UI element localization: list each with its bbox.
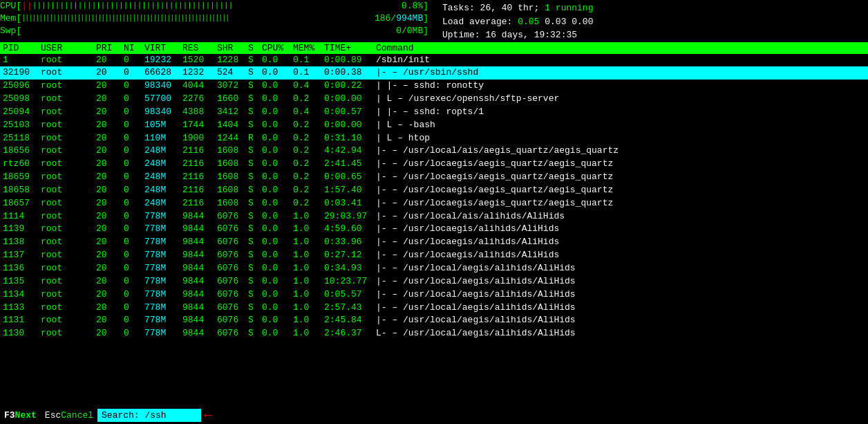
pri-cell: 20 <box>96 145 124 158</box>
table-row[interactable]: rtz60 root 20 0 248M 2116 1608 S 0.0 0.2… <box>0 158 868 171</box>
table-row[interactable]: 18657 root 20 0 248M 2116 1608 S 0.0 0.2… <box>0 197 868 210</box>
table-row[interactable]: 18659 root 20 0 248M 2116 1608 S 0.0 0.2… <box>0 171 868 184</box>
mem-cell: 0.2 <box>293 93 324 106</box>
user-cell: root <box>41 106 96 119</box>
shr-cell: 6076 <box>217 302 248 315</box>
table-row[interactable]: 1133 root 20 0 778M 9844 6076 S 0.0 1.0 … <box>0 302 868 315</box>
time-cell: 4:42.94 <box>324 145 376 158</box>
swp-value: 0/0MB] <box>396 25 428 37</box>
ni-cell: 0 <box>124 236 144 249</box>
virt-cell: 778M <box>144 236 182 249</box>
res-cell: 2116 <box>182 158 217 171</box>
ni-cell: 0 <box>124 106 144 119</box>
table-row[interactable]: 1130 root 20 0 778M 9844 6076 S 0.0 1.0 … <box>0 327 868 340</box>
col-virt-header: VIRT <box>144 43 182 53</box>
pri-cell: 20 <box>96 66 124 80</box>
s-cell: S <box>248 302 262 315</box>
virt-cell: 110M <box>144 132 182 145</box>
s-cell: S <box>248 171 262 184</box>
pid-cell: 18656 <box>3 145 41 158</box>
table-row[interactable]: 18656 root 20 0 248M 2116 1608 S 0.0 0.2… <box>0 145 868 158</box>
cancel-text: Cancel <box>61 410 93 421</box>
cpu-cell: 0.0 <box>262 249 293 262</box>
res-cell: 9844 <box>182 302 217 315</box>
table-row[interactable]: 1131 root 20 0 778M 9844 6076 S 0.0 1.0 … <box>0 314 868 327</box>
table-row[interactable]: 25096 root 20 0 98340 4044 3072 S 0.0 0.… <box>0 80 868 93</box>
s-cell: S <box>248 314 262 327</box>
shr-cell: 1608 <box>217 171 248 184</box>
pid-cell: 1137 <box>3 249 41 262</box>
col-pri-header: PRI <box>96 43 124 53</box>
cpu-cell: 0.0 <box>262 54 293 67</box>
virt-cell: 57700 <box>144 93 182 106</box>
esc-cancel-shortcut[interactable]: EscCancel <box>41 409 97 422</box>
user-cell: root <box>41 158 96 171</box>
ni-cell: 0 <box>124 119 144 132</box>
shr-cell: 3072 <box>217 80 248 93</box>
pri-cell: 20 <box>96 236 124 249</box>
cpu-cell: 0.0 <box>262 302 293 315</box>
time-cell: 0:34.93 <box>324 262 376 275</box>
mem-cell: 0.2 <box>293 132 324 145</box>
user-cell: root <box>41 80 96 93</box>
col-pid-header: PID <box>3 43 41 53</box>
pid-cell: 1131 <box>3 314 41 327</box>
mem-label: Mem[ <box>0 12 21 25</box>
table-row[interactable]: 32190 root 20 0 66628 1232 524 S 0.0 0.1… <box>0 66 868 80</box>
res-cell: 9844 <box>182 262 217 275</box>
f3-next-shortcut[interactable]: F3Next <box>0 409 41 422</box>
shr-cell: 6076 <box>217 210 248 223</box>
pid-cell: 18659 <box>3 171 41 184</box>
ni-cell: 0 <box>124 314 144 327</box>
res-cell: 1744 <box>182 119 217 132</box>
col-cmd-header: Command <box>376 43 865 53</box>
cpu-cell: 0.0 <box>262 145 293 158</box>
table-row[interactable]: 25103 root 20 0 105M 1744 1404 S 0.0 0.2… <box>0 119 868 132</box>
table-row[interactable]: 25098 root 20 0 57700 2276 1660 S 0.0 0.… <box>0 93 868 106</box>
res-cell: 1232 <box>182 66 217 80</box>
cpu-cell: 0.0 <box>262 262 293 275</box>
ni-cell: 0 <box>124 80 144 93</box>
table-row[interactable]: 1135 root 20 0 778M 9844 6076 S 0.0 1.0 … <box>0 275 868 288</box>
s-cell: S <box>248 80 262 93</box>
res-cell: 1900 <box>182 132 217 145</box>
user-cell: root <box>41 302 96 315</box>
cpu-cell: 0.0 <box>262 66 293 80</box>
uptime-value: 16 days, 19:32:35 <box>485 30 577 40</box>
search-input[interactable]: Search: /ssh <box>97 409 201 422</box>
mem-value: 186/994MB] <box>375 12 428 25</box>
col-s-header: S <box>248 43 262 53</box>
res-cell: 1520 <box>182 54 217 67</box>
table-row[interactable]: 25118 root 20 0 110M 1900 1244 R 0.0 0.2… <box>0 132 868 145</box>
shr-cell: 1608 <box>217 158 248 171</box>
mem-cell: 0.2 <box>293 145 324 158</box>
time-cell: 0:33.96 <box>324 236 376 249</box>
pri-cell: 20 <box>96 223 124 236</box>
user-cell: root <box>41 145 96 158</box>
cpu-cell: 0.0 <box>262 80 293 93</box>
shr-cell: 1228 <box>217 54 248 67</box>
pri-cell: 20 <box>96 249 124 262</box>
table-row[interactable]: 1139 root 20 0 778M 9844 6076 S 0.0 1.0 … <box>0 223 868 236</box>
table-row[interactable]: 25094 root 20 0 98340 4388 3412 S 0.0 0.… <box>0 106 868 119</box>
pid-cell: rtz60 <box>3 158 41 171</box>
table-row[interactable]: 18658 root 20 0 248M 2116 1608 S 0.0 0.2… <box>0 184 868 197</box>
time-cell: 0:00.89 <box>324 54 376 67</box>
table-row[interactable]: 1114 root 20 0 778M 9844 6076 S 0.0 1.0 … <box>0 210 868 223</box>
pid-cell: 32190 <box>3 66 41 80</box>
table-row[interactable]: 1137 root 20 0 778M 9844 6076 S 0.0 1.0 … <box>0 249 868 262</box>
user-cell: root <box>41 54 96 67</box>
table-row[interactable]: 1136 root 20 0 778M 9844 6076 S 0.0 1.0 … <box>0 262 868 275</box>
cpu-cell: 0.0 <box>262 93 293 106</box>
res-cell: 9844 <box>182 288 217 302</box>
table-row[interactable]: 1 root 20 0 19232 1520 1228 S 0.0 0.1 0:… <box>0 54 868 67</box>
shr-cell: 1608 <box>217 197 248 210</box>
ni-cell: 0 <box>124 171 144 184</box>
ni-cell: 0 <box>124 327 144 340</box>
virt-cell: 778M <box>144 314 182 327</box>
s-cell: S <box>248 145 262 158</box>
search-arrow-icon: ← <box>204 407 212 423</box>
table-row[interactable]: 1138 root 20 0 778M 9844 6076 S 0.0 1.0 … <box>0 236 868 249</box>
table-row[interactable]: 1134 root 20 0 778M 9844 6076 S 0.0 1.0 … <box>0 288 868 302</box>
mem-cell: 0.1 <box>293 66 324 80</box>
